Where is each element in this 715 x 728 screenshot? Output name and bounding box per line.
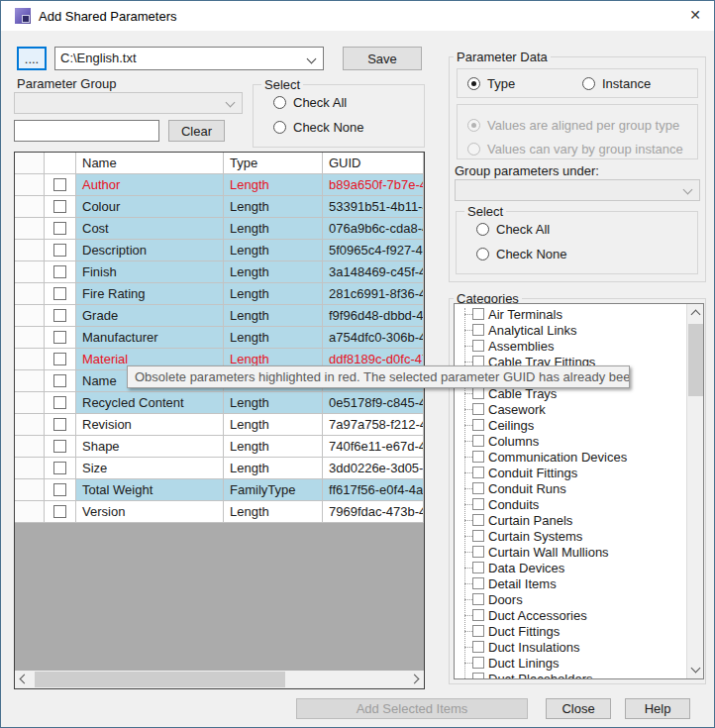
row-checkbox[interactable]	[53, 505, 66, 518]
vertical-scrollbar[interactable]	[686, 304, 703, 678]
scroll-up-icon[interactable]	[691, 310, 701, 320]
table-row[interactable]: Version Length 7969fdac-473b-4e59	[15, 501, 424, 523]
cell-guid[interactable]: ff617f56-e0f4-4a07-a	[323, 479, 424, 501]
category-checkbox[interactable]	[472, 308, 484, 320]
cell-guid[interactable]: 7969fdac-473b-4e59	[323, 501, 424, 523]
cell-name[interactable]: Shape	[76, 436, 224, 458]
category-item[interactable]: Analytical Links	[455, 322, 686, 338]
column-header-guid[interactable]: GUID	[323, 153, 424, 174]
clear-button[interactable]: Clear	[168, 120, 225, 142]
parameter-group-dropdown[interactable]	[14, 92, 243, 114]
table-row[interactable]: Total Weight FamilyType ff617f56-e0f4-4a…	[15, 479, 424, 501]
category-checkbox[interactable]	[472, 435, 484, 447]
close-icon[interactable]: ✕	[684, 7, 706, 25]
row-checkbox[interactable]	[53, 483, 66, 496]
cell-name[interactable]: Description	[76, 240, 224, 261]
table-row[interactable]: Fire Rating Length 281c6991-8f36-4f34-	[15, 283, 424, 305]
cell-type[interactable]: Length	[224, 174, 323, 196]
row-checkbox[interactable]	[53, 396, 66, 409]
column-header-name[interactable]: Name	[76, 153, 224, 174]
table-row[interactable]: Size Length 3dd0226e-3d05-402a	[15, 458, 424, 479]
category-item[interactable]: Duct Fittings	[455, 623, 686, 639]
row-checkbox[interactable]	[53, 353, 66, 365]
row-checkbox[interactable]	[53, 287, 66, 300]
category-item[interactable]: Assemblies	[455, 338, 686, 354]
category-item[interactable]: Data Devices	[455, 560, 686, 575]
horizontal-scrollbar[interactable]	[15, 671, 424, 688]
row-checkbox[interactable]	[53, 374, 66, 387]
cell-type[interactable]: Length	[224, 240, 323, 261]
cell-type[interactable]: Length	[224, 283, 323, 305]
row-header-cell[interactable]	[15, 196, 45, 218]
table-row[interactable]: Grade Length f9f96d48-dbbd-4424-	[15, 305, 424, 327]
category-checkbox[interactable]	[472, 546, 484, 558]
column-header-type[interactable]: Type	[224, 153, 323, 174]
cell-type[interactable]: Length	[224, 501, 323, 523]
cell-name[interactable]: Version	[76, 501, 224, 523]
cell-name[interactable]: Grade	[76, 305, 224, 327]
category-item[interactable]: Duct Insulations	[455, 639, 686, 655]
cell-guid[interactable]: a754dfc0-306b-4f5f-b	[323, 327, 424, 349]
row-checkbox[interactable]	[53, 440, 66, 453]
radio-option[interactable]: Check All	[273, 94, 434, 110]
row-header-cell[interactable]	[15, 349, 45, 370]
category-checkbox[interactable]	[472, 609, 484, 621]
category-item[interactable]: Conduit Fittings	[455, 465, 686, 480]
category-checkbox[interactable]	[472, 451, 484, 463]
category-checkbox[interactable]	[472, 514, 484, 526]
cell-name[interactable]: Cost	[76, 218, 224, 240]
radio-option[interactable]: Type	[467, 76, 582, 91]
category-checkbox[interactable]	[472, 657, 484, 669]
cell-guid[interactable]: 3a148469-c45f-458a	[323, 261, 424, 283]
cell-type[interactable]: Length	[224, 458, 323, 479]
radio-option[interactable]: Instance	[582, 76, 697, 91]
cell-type[interactable]: Length	[224, 261, 323, 283]
row-header-cell[interactable]	[15, 305, 45, 327]
cell-name[interactable]: Recycled Content	[76, 392, 224, 414]
row-checkbox[interactable]	[53, 200, 66, 213]
cell-guid[interactable]: 5f0965c4-f927-407e-	[323, 240, 424, 261]
row-checkbox[interactable]	[53, 222, 66, 235]
radio-icon[interactable]	[273, 96, 286, 109]
cell-guid[interactable]: f9f96d48-dbbd-4424-	[323, 305, 424, 327]
scrollbar-thumb[interactable]	[688, 324, 703, 396]
category-checkbox[interactable]	[472, 419, 484, 431]
cell-name[interactable]: Manufacturer	[76, 327, 224, 349]
table-row[interactable]: Recycled Content Length 0e5178f9-c845-4f…	[15, 392, 424, 414]
row-checkbox[interactable]	[53, 331, 66, 344]
cell-name[interactable]: Colour	[76, 196, 224, 218]
row-header-cell[interactable]	[15, 392, 45, 414]
cell-guid[interactable]: 7a97a758-f212-4b3d	[323, 414, 424, 436]
row-header-cell[interactable]	[15, 414, 45, 436]
cell-type[interactable]: Length	[224, 305, 323, 327]
table-row[interactable]: Finish Length 3a148469-c45f-458a	[15, 261, 424, 283]
row-header-cell[interactable]	[15, 327, 45, 349]
filter-input[interactable]	[14, 120, 159, 142]
row-header-cell[interactable]	[15, 283, 45, 305]
cell-guid[interactable]: 3dd0226e-3d05-402a	[323, 458, 424, 479]
file-path-combo[interactable]: C:\English.txt	[54, 47, 324, 70]
radio-icon[interactable]	[582, 77, 595, 90]
cell-type[interactable]: Length	[224, 327, 323, 349]
cell-guid[interactable]: 076a9b6c-cda8-44ea	[323, 218, 424, 240]
cell-guid[interactable]: 740f6e11-e67d-4ae7	[323, 436, 424, 458]
radio-icon[interactable]	[476, 248, 489, 260]
category-checkbox[interactable]	[472, 340, 484, 352]
category-checkbox[interactable]	[472, 530, 484, 542]
category-item[interactable]: Duct Linings	[455, 655, 686, 671]
category-item[interactable]: Curtain Systems	[455, 528, 686, 544]
category-checkbox[interactable]	[472, 324, 484, 336]
radio-option[interactable]: Check All	[476, 221, 707, 237]
category-checkbox[interactable]	[472, 673, 484, 679]
cell-name[interactable]: Revision	[76, 414, 224, 436]
row-header-cell[interactable]	[15, 479, 45, 501]
cell-type[interactable]: Length	[224, 436, 323, 458]
row-checkbox[interactable]	[53, 309, 66, 322]
radio-icon[interactable]	[273, 121, 286, 134]
category-checkbox[interactable]	[472, 387, 484, 399]
category-item[interactable]: Conduits	[455, 496, 686, 512]
table-row[interactable]: Author Length b89a650f-7b7e-44ff-8	[15, 174, 424, 196]
table-row[interactable]: Description Length 5f0965c4-f927-407e-	[15, 240, 424, 261]
cell-guid[interactable]: 0e5178f9-c845-4f3c-	[323, 392, 424, 414]
cell-type[interactable]: Length	[224, 218, 323, 240]
